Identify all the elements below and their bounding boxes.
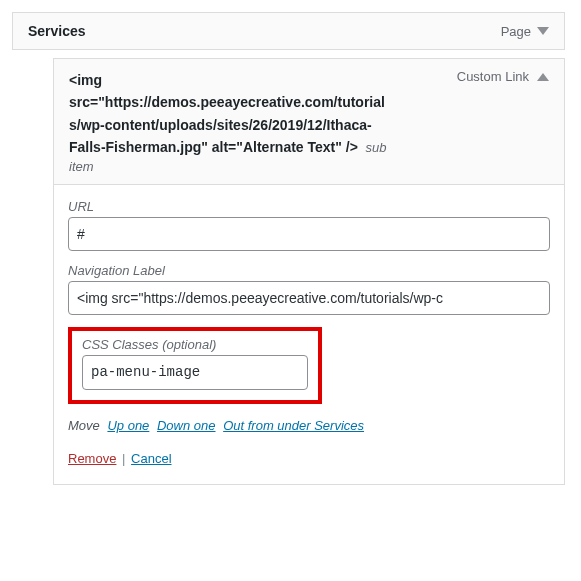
move-up-link[interactable]: Up one <box>107 418 149 433</box>
css-classes-highlight: CSS Classes (optional) <box>68 327 322 403</box>
move-row: Move Up one Down one Out from under Serv… <box>68 418 550 433</box>
move-down-link[interactable]: Down one <box>157 418 216 433</box>
nav-label-field-group: Navigation Label <box>68 263 550 315</box>
nav-label-input[interactable] <box>68 281 550 315</box>
submenu-item-type-label: Custom Link <box>457 69 529 84</box>
menu-item-services[interactable]: Services Page <box>12 12 565 50</box>
css-classes-input[interactable] <box>82 355 308 389</box>
move-out-link[interactable]: Out from under Services <box>223 418 364 433</box>
menu-item-title: Services <box>28 23 86 39</box>
submenu-item-wrapper: <img src="https://demos.peeayecreative.c… <box>53 58 565 485</box>
submenu-item-bar[interactable]: <img src="https://demos.peeayecreative.c… <box>53 58 565 185</box>
action-row: Remove | Cancel <box>68 451 550 466</box>
chevron-down-icon[interactable] <box>537 27 549 35</box>
move-label: Move <box>68 418 100 433</box>
url-label: URL <box>68 199 550 214</box>
chevron-up-icon[interactable] <box>537 73 549 81</box>
submenu-title-wrap: <img src="https://demos.peeayecreative.c… <box>69 69 389 174</box>
action-separator: | <box>122 451 125 466</box>
url-input[interactable] <box>68 217 550 251</box>
submenu-item-controls: Custom Link <box>457 69 549 84</box>
nav-label-label: Navigation Label <box>68 263 550 278</box>
url-field-group: URL <box>68 199 550 251</box>
menu-item-settings: URL Navigation Label CSS Classes (option… <box>53 185 565 485</box>
submenu-item-title: <img src="https://demos.peeayecreative.c… <box>69 72 385 155</box>
cancel-link[interactable]: Cancel <box>131 451 171 466</box>
menu-item-type-wrap: Page <box>501 24 549 39</box>
menu-item-type-label: Page <box>501 24 531 39</box>
remove-link[interactable]: Remove <box>68 451 116 466</box>
css-classes-label: CSS Classes (optional) <box>82 337 308 352</box>
